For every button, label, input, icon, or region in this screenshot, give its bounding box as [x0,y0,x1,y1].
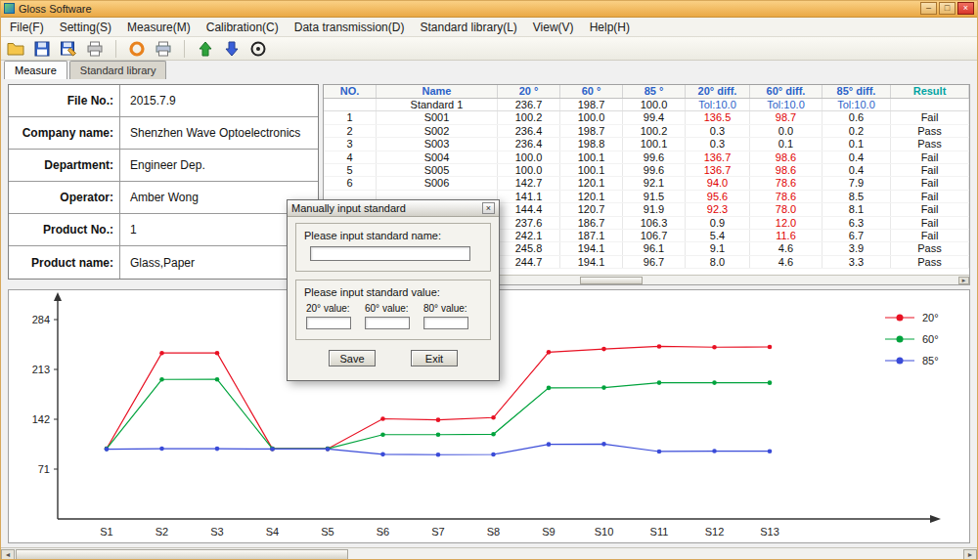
table-cell: 91.9 [623,203,686,215]
column-header-4: 85 ° [623,85,686,98]
table-cell: S003 [377,138,498,150]
table-row[interactable]: 5S005100.0100.199.6136.798.60.4Fail [324,164,969,177]
svg-text:S4: S4 [266,526,279,538]
table-row[interactable]: 6S006142.7120.192.194.078.67.9Fail [324,177,969,190]
download-icon[interactable] [222,39,242,59]
page-horizontal-scrollbar[interactable]: ◄ ► [0,547,978,560]
menu-measure[interactable]: Measure(M) [119,19,199,36]
svg-text:S11: S11 [650,526,669,538]
table-cell: 198.7 [560,99,623,110]
value-20-label: 20° value: [306,303,351,314]
table-cell: Fail [891,217,969,229]
table-cell: 100.1 [560,151,623,163]
print-icon[interactable] [85,39,105,59]
form-row-product-name: Product name: Glass,Paper [9,246,318,279]
table-cell: 0.1 [822,138,891,150]
table-cell: 0.0 [750,125,822,137]
table-cell: Pass [891,138,969,150]
form-row-company: Company name: Shenzhen Wave Optoelectron… [9,117,318,150]
menu-standard-library[interactable]: Standard library(L) [412,19,524,36]
table-cell: 6.3 [822,217,891,229]
table-cell: 194.1 [560,242,623,254]
save-button[interactable]: Save [329,350,376,366]
print-preview-icon[interactable] [154,39,173,59]
measure-target-icon[interactable] [248,39,268,59]
table-cell: Fail [891,177,969,189]
table-cell: 98.7 [750,111,822,123]
table-cell: 0.6 [822,111,891,123]
value-20-input[interactable] [306,317,351,329]
save-icon[interactable] [32,39,52,59]
open-file-icon[interactable] [6,39,25,59]
scrollbar-thumb[interactable] [580,277,643,284]
table-cell: 9.1 [686,242,750,254]
scroll-right-arrow[interactable]: ► [958,277,969,284]
menu-view[interactable]: View(V) [525,19,582,36]
calibrate-icon[interactable] [127,39,147,59]
form-value: Shenzhen Wave Optoelectronics [120,117,318,149]
value-80-input[interactable] [423,317,468,329]
menu-help[interactable]: Help(H) [582,19,638,36]
table-cell: 99.4 [623,111,686,123]
svg-text:213: 213 [32,364,50,375]
value-field-80: 80° value: [423,303,468,329]
tab-standard-library[interactable]: Standard library [69,61,167,79]
table-row[interactable]: 4S004100.0100.199.6136.798.60.4Fail [324,151,969,164]
close-button[interactable]: × [957,2,974,15]
standard-value-label: Please input standard value: [304,286,482,298]
scroll-right-arrow[interactable]: ► [963,549,977,560]
upload-icon[interactable] [196,39,215,59]
svg-text:S10: S10 [595,526,614,538]
table-row[interactable]: 2S002236.4198.7100.20.30.00.2Pass [324,125,969,138]
table-cell: Standard 1 [377,99,498,110]
form-label: Operator: [9,182,120,213]
svg-text:S6: S6 [377,526,389,538]
tab-measure[interactable]: Measure [4,61,67,79]
menubar: File(F) Setting(S) Measure(M) Calibratio… [0,18,978,37]
table-cell: 236.7 [498,99,560,110]
table-cell: Tol:10.0 [686,99,750,110]
value-80-label: 80° value: [423,303,468,314]
save-as-icon[interactable] [59,39,78,59]
form-row-product-no: Product No.: 1 [9,214,318,246]
dialog-titlebar[interactable]: Manually input standard × [288,200,499,217]
table-cell [891,99,969,110]
table-cell: 4 [324,151,377,163]
table-cell: S002 [377,125,498,137]
table-cell: 120.7 [560,203,623,215]
menu-setting[interactable]: Setting(S) [52,19,119,36]
form-label: Product name: [9,246,120,279]
minimize-button[interactable]: – [920,2,937,15]
maximize-button[interactable]: □ [939,2,956,15]
table-cell: 4.6 [750,256,822,268]
table-cell: Fail [891,230,969,241]
table-cell: 5.4 [686,230,750,241]
dialog-close-icon[interactable]: × [482,202,495,214]
standard-name-input[interactable] [310,246,470,261]
menu-calibration[interactable]: Calibration(C) [199,19,287,36]
table-cell: 136.7 [686,164,750,176]
exit-button[interactable]: Exit [411,350,458,366]
scroll-left-arrow[interactable]: ◄ [1,549,15,560]
table-cell: 3.9 [822,242,891,254]
table-row[interactable]: 3S003236.4198.8100.10.30.10.1Pass [324,138,969,151]
table-cell: 98.6 [750,164,822,176]
table-cell: 0.3 [686,138,750,150]
table-cell: 8.5 [822,191,891,202]
table-row[interactable]: 1S001100.2100.099.4136.598.70.6Fail [324,111,969,124]
table-cell: 92.3 [686,203,750,215]
value-60-input[interactable] [365,317,410,329]
scrollbar-thumb[interactable] [16,549,348,560]
table-cell: 194.1 [560,256,623,268]
table-cell: Pass [891,256,969,268]
value-field-60: 60° value: [365,303,410,329]
standard-name-label: Please input standard name: [304,230,482,241]
svg-text:284: 284 [32,314,50,325]
form-value: 2015.7.9 [120,85,318,116]
table-cell: 3.3 [822,256,891,268]
table-cell: 96.7 [623,256,686,268]
table-cell: 120.1 [560,191,623,202]
menu-file[interactable]: File(F) [2,19,52,36]
standard-row[interactable]: Standard 1236.7198.7100.0Tol:10.0Tol:10.… [324,99,969,111]
menu-data-transmission[interactable]: Data transmission(D) [287,19,413,36]
